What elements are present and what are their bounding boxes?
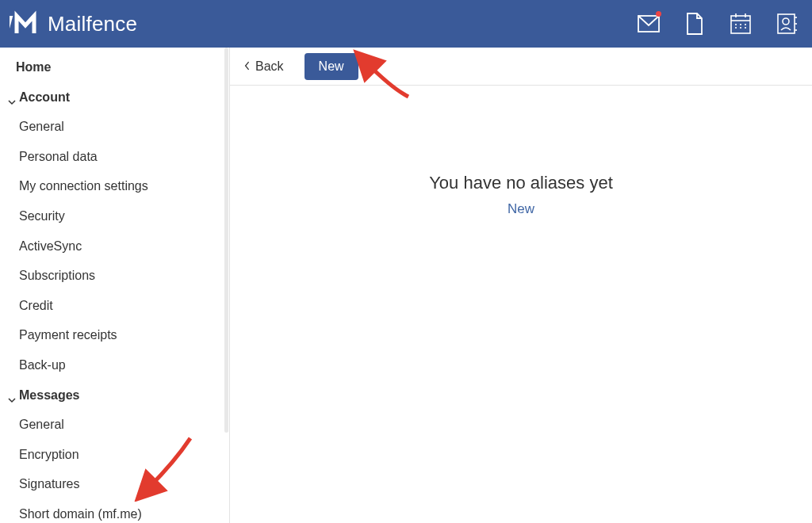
svg-rect-0 — [10, 16, 13, 33]
sidebar-item-label: Subscriptions — [19, 267, 95, 284]
new-button[interactable]: New — [304, 53, 358, 80]
sidebar-item-backup[interactable]: Back-up — [0, 350, 229, 380]
sidebar-item-messages-general[interactable]: General — [0, 410, 229, 440]
content-body: You have no aliases yet New — [230, 86, 812, 523]
back-button[interactable]: Back — [239, 56, 289, 77]
chevron-down-icon — [8, 391, 14, 398]
documents-icon[interactable] — [684, 13, 706, 35]
content-toolbar: Back New — [230, 48, 812, 86]
sidebar-item-label: Encryption — [19, 446, 79, 464]
chevron-down-icon — [8, 94, 14, 100]
sidebar-item-label: Payment receipts — [19, 326, 117, 344]
svg-rect-9 — [778, 14, 795, 33]
back-button-label: Back — [255, 59, 284, 74]
app-header: Mailfence — [0, 0, 812, 48]
header-nav-icons — [638, 13, 798, 35]
sidebar-item-short-domain[interactable]: Short domain (mf.me) — [0, 499, 229, 523]
sidebar-item-label: Short domain (mf.me) — [19, 506, 142, 523]
sidebar-item-payment-receipts[interactable]: Payment receipts — [0, 320, 229, 350]
sidebar-item-encryption[interactable]: Encryption — [0, 440, 229, 470]
sidebar-item-label: Home — [16, 59, 51, 76]
sidebar-item-label: General — [19, 416, 64, 433]
sidebar-item-general[interactable]: General — [0, 112, 229, 142]
contacts-icon[interactable] — [776, 13, 798, 35]
scrollbar-thumb[interactable] — [224, 48, 228, 433]
sidebar-item-subscriptions[interactable]: Subscriptions — [0, 261, 229, 291]
sidebar-item-connection-settings[interactable]: My connection settings — [0, 171, 229, 201]
mail-icon[interactable] — [638, 13, 660, 35]
main-layout: Home Account General Personal data My co… — [0, 48, 812, 523]
brand-logo-icon — [10, 8, 41, 40]
chevron-left-icon — [244, 59, 251, 74]
sidebar-item-label: Back-up — [19, 357, 66, 374]
sidebar-item-label: My connection settings — [19, 178, 148, 195]
sidebar-group-messages[interactable]: Messages — [0, 380, 229, 410]
calendar-icon[interactable] — [730, 13, 752, 35]
sidebar-item-security[interactable]: Security — [0, 201, 229, 231]
brand-name: Mailfence — [48, 12, 137, 36]
brand[interactable]: Mailfence — [10, 8, 137, 40]
sidebar-item-activesync[interactable]: ActiveSync — [0, 231, 229, 262]
svg-point-10 — [783, 18, 789, 25]
sidebar-item-personal-data[interactable]: Personal data — [0, 142, 229, 172]
empty-state-title: You have no aliases yet — [429, 173, 613, 193]
sidebar-item-label: ActiveSync — [19, 238, 82, 255]
sidebar-group-label: Account — [19, 89, 70, 106]
settings-sidebar: Home Account General Personal data My co… — [0, 48, 230, 523]
sidebar-item-label: Signatures — [19, 475, 80, 493]
sidebar-group-label: Messages — [19, 387, 80, 404]
sidebar-item-signatures[interactable]: Signatures — [0, 469, 229, 499]
sidebar-item-label: Security — [19, 208, 65, 225]
sidebar-item-label: Personal data — [19, 148, 98, 166]
sidebar-group-account[interactable]: Account — [0, 82, 229, 113]
sidebar-item-label: General — [19, 118, 64, 136]
sidebar-item-label: Credit — [19, 297, 53, 315]
notification-dot-icon — [656, 11, 661, 17]
sidebar-item-credit[interactable]: Credit — [0, 291, 229, 321]
empty-state-new-link[interactable]: New — [508, 201, 534, 217]
sidebar-item-home[interactable]: Home — [0, 48, 229, 82]
content-panel: Back New You have no aliases yet New — [230, 48, 812, 523]
